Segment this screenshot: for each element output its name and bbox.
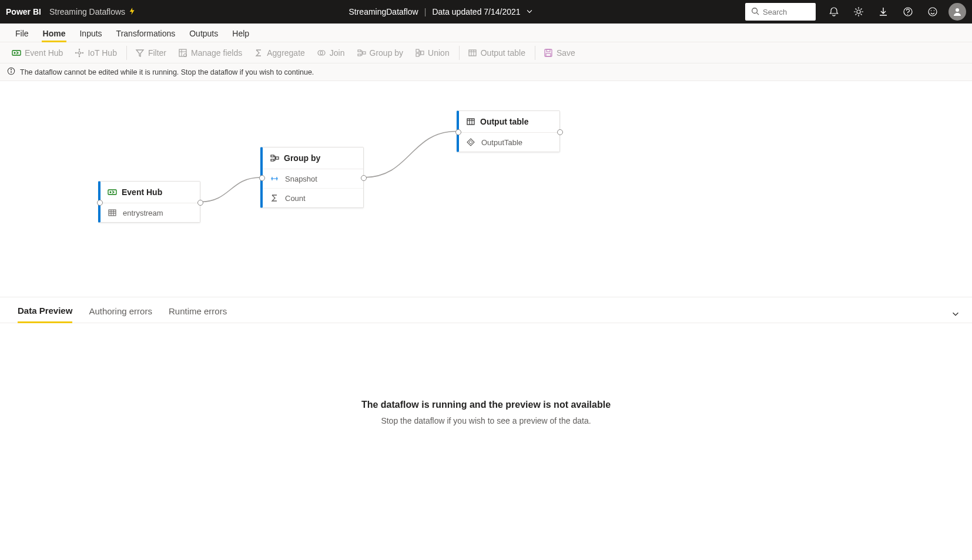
aggregate-button[interactable]: Aggregate: [250, 46, 309, 60]
download-button[interactable]: [871, 0, 896, 24]
ribbon-tab-transformations[interactable]: Transformations: [109, 25, 183, 42]
panel-tab-authoring-errors[interactable]: Authoring errors: [89, 306, 152, 322]
ribbon-tab-home[interactable]: Home: [36, 25, 73, 42]
chevron-down-icon[interactable]: [525, 7, 534, 17]
ribbon-tab-inputs[interactable]: Inputs: [72, 25, 109, 42]
info-bar: The dataflow cannot be edited while it i…: [0, 63, 972, 81]
search-icon: [751, 7, 759, 17]
help-button[interactable]: [896, 0, 920, 24]
ribbon-tabs: FileHomeInputsTransformationsOutputsHelp: [0, 24, 972, 42]
bolt-icon: [129, 7, 137, 17]
node-eventhub[interactable]: Event Hubentrystream: [98, 181, 200, 223]
event-hub-button[interactable]: Event Hub: [8, 46, 66, 60]
ribbon-tab-outputs[interactable]: Outputs: [182, 25, 225, 42]
preview-empty-title: The dataflow is running and the preview …: [0, 400, 972, 410]
collapse-panel-button[interactable]: [951, 309, 960, 320]
iot-hub-button[interactable]: IoT Hub: [71, 46, 120, 60]
toolbar: Event HubIoT HubFilterManage fieldsAggre…: [0, 42, 972, 63]
notifications-button[interactable]: [822, 0, 846, 24]
manage-fields-button[interactable]: Manage fields: [175, 46, 246, 60]
output-table-button[interactable]: Output table: [464, 46, 529, 60]
panel-tab-runtime-errors[interactable]: Runtime errors: [169, 306, 227, 322]
ribbon-tab-help[interactable]: Help: [225, 25, 256, 42]
feedback-button[interactable]: [920, 0, 945, 24]
top-bar: Power BI Streaming Dataflows StreamingDa…: [0, 0, 972, 24]
ribbon-tab-file[interactable]: File: [8, 25, 36, 42]
info-icon: [7, 67, 15, 77]
union-button[interactable]: Union: [411, 46, 453, 60]
sub-brand: Streaming Dataflows: [49, 7, 137, 17]
save-button[interactable]: Save: [540, 46, 579, 60]
join-button[interactable]: Join: [313, 46, 348, 60]
settings-button[interactable]: [846, 0, 871, 24]
data-updated-label: Data updated 7/14/2021: [432, 7, 520, 16]
node-groupby[interactable]: Group bySnapshotCount: [260, 147, 364, 208]
dataflow-name: StreamingDataflow: [348, 7, 418, 16]
breadcrumb[interactable]: StreamingDataflow | Data updated 7/14/20…: [137, 7, 745, 17]
search-box[interactable]: [745, 3, 816, 21]
panel-tabs: Data PreviewAuthoring errorsRuntime erro…: [0, 297, 972, 323]
info-message: The dataflow cannot be edited while it i…: [20, 68, 314, 76]
filter-button[interactable]: Filter: [132, 46, 170, 60]
sub-brand-label: Streaming Dataflows: [49, 7, 125, 16]
group-by-button[interactable]: Group by: [353, 46, 407, 60]
node-outputtable[interactable]: Output tableOutputTable: [457, 110, 560, 152]
avatar[interactable]: [948, 3, 966, 21]
brand-label: Power BI: [6, 7, 41, 16]
search-input[interactable]: [763, 8, 810, 16]
panel-tab-data-preview[interactable]: Data Preview: [18, 306, 72, 323]
preview-empty-state: The dataflow is running and the preview …: [0, 400, 972, 425]
canvas[interactable]: Event HubentrystreamGroup bySnapshotCoun…: [0, 81, 972, 297]
bottom-panel: Data PreviewAuthoring errorsRuntime erro…: [0, 297, 972, 559]
preview-empty-subtitle: Stop the dataflow if you wish to see a p…: [0, 416, 972, 425]
